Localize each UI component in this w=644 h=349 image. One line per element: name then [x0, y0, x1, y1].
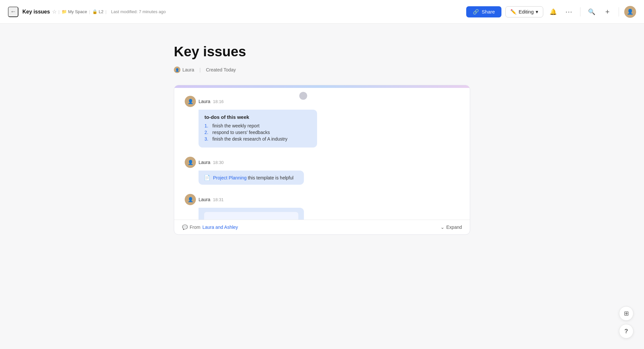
- header-divider2: [619, 7, 619, 16]
- chat-avatar: 👤: [185, 96, 196, 107]
- editing-button[interactable]: ✏️ Editing ▾: [505, 6, 543, 17]
- bell-button[interactable]: 🔔: [547, 6, 559, 18]
- chat-time: 18:30: [213, 160, 224, 165]
- chat-time: 18:31: [213, 197, 224, 202]
- chat-bubble-list-items: 1. finish the weekly report 2. respond t…: [204, 123, 311, 142]
- header-right: 🔗 Share ✏️ Editing ▾ 🔔 ··· 🔍 + 👤: [466, 6, 636, 18]
- avatar-placeholder: 👤: [627, 9, 633, 15]
- list-item: 3. finish the desk research of A industr…: [204, 136, 311, 142]
- list-text: respond to users' feedbacks: [212, 130, 270, 135]
- breadcrumb-sep2: |: [89, 10, 90, 14]
- chat-embed: 👤 Laura 18:16 to-dos of this week 1. fin…: [174, 85, 470, 235]
- meta-separator: |: [200, 67, 201, 72]
- chat-bubble-link: 📄 Project Planning this template is help…: [199, 171, 304, 185]
- project-planning-link[interactable]: Project Planning: [213, 175, 247, 180]
- doc-link-icon: 📄: [204, 174, 210, 181]
- author-name: Laura: [182, 67, 194, 72]
- chat-message-header: 👤 Laura 18:31: [185, 194, 459, 205]
- list-num: 1.: [204, 123, 210, 128]
- from-link[interactable]: Laura and Ashley: [202, 225, 238, 230]
- breadcrumb: Key issues ☆ | 📁 My Space | 🔒 L2 | Last …: [22, 9, 166, 15]
- expand-icon: ⌄: [441, 225, 444, 230]
- chat-bubble-list: to-dos of this week 1. finish the weekly…: [199, 110, 317, 148]
- expand-label: Expand: [446, 225, 462, 230]
- header: ← Key issues ☆ | 📁 My Space | 🔒 L2 | Las…: [0, 0, 644, 24]
- expand-button[interactable]: ⌄ Expand: [441, 225, 462, 230]
- chat-sender: Laura: [199, 99, 210, 104]
- editing-label: Editing: [519, 9, 534, 14]
- created-date: Created Today: [206, 67, 236, 72]
- chat-message: 👤 Laura 18:16 to-dos of this week 1. fin…: [185, 96, 459, 148]
- lock-icon: 🔒: [92, 9, 97, 14]
- folder-icon: 📁: [62, 9, 67, 14]
- chat-time: 18:16: [213, 99, 224, 104]
- list-text: finish the weekly report: [212, 123, 259, 128]
- share-label: Share: [482, 9, 495, 14]
- from-text: 💬 FromLaura and Ashley: [182, 225, 238, 230]
- search-button[interactable]: 🔍: [586, 6, 598, 18]
- share-button[interactable]: 🔗 Share: [466, 6, 501, 17]
- bell-icon: 🔔: [550, 8, 557, 15]
- link-text: Project Planning this template is helpfu…: [213, 175, 293, 180]
- chat-footer: 💬 FromLaura and Ashley ⌄ Expand: [174, 220, 470, 234]
- level-label: L2: [99, 9, 103, 14]
- author-avatar: 👤: [174, 67, 180, 73]
- chat-icon: 💬: [182, 225, 188, 230]
- main-content: Key issues 👤 Laura | Created Today 👤 Lau…: [0, 24, 644, 261]
- star-icon[interactable]: ☆: [52, 9, 57, 15]
- chat-bubble-title: to-dos of this week: [204, 114, 311, 120]
- breadcrumb-sep3: |: [105, 10, 106, 14]
- editing-pencil-icon: ✏️: [510, 9, 517, 15]
- avatar[interactable]: 👤: [624, 6, 636, 18]
- breadcrumb-separator: |: [59, 10, 60, 14]
- space-label: My Space: [68, 9, 87, 14]
- page-title-breadcrumb: Key issues: [22, 9, 50, 15]
- chat-message: 👤 Laura 18:31 Day/Month Milestone 1 Day/…: [185, 194, 459, 220]
- list-item: 2. respond to users' feedbacks: [204, 130, 311, 135]
- save-icon: ⊞: [624, 310, 629, 317]
- list-num: 3.: [204, 136, 210, 142]
- back-button[interactable]: ←: [8, 7, 18, 17]
- chat-avatar: 👤: [185, 157, 196, 168]
- more-button[interactable]: ···: [563, 6, 575, 18]
- chat-message-header: 👤 Laura 18:30: [185, 157, 459, 168]
- content-area: Key issues 👤 Laura | Created Today 👤 Lau…: [174, 43, 470, 235]
- chat-message-header: 👤 Laura 18:16: [185, 96, 459, 107]
- chat-avatar: 👤: [185, 194, 196, 205]
- search-icon: 🔍: [588, 8, 595, 15]
- chat-scrollable[interactable]: 👤 Laura 18:16 to-dos of this week 1. fin…: [174, 88, 470, 220]
- meta-author: 👤 Laura: [174, 67, 194, 73]
- chat-sender: Laura: [199, 160, 210, 165]
- help-float-button[interactable]: ?: [619, 324, 633, 338]
- add-button[interactable]: +: [602, 6, 613, 18]
- header-divider: [580, 7, 580, 16]
- meta-row: 👤 Laura | Created Today: [174, 67, 470, 73]
- more-icon: ···: [565, 8, 572, 16]
- list-num: 2.: [204, 130, 210, 135]
- image-placeholder: Day/Month Milestone 1 Day/Month Mileston…: [204, 212, 299, 220]
- modified-text: Last modified: 7 minutes ago: [111, 9, 166, 14]
- floating-buttons: ⊞ ?: [619, 306, 633, 338]
- breadcrumb-space: 📁 My Space: [62, 9, 87, 14]
- share-icon: 🔗: [473, 9, 479, 15]
- chat-message: 👤 Laura 18:30 📄 Project Planning this te…: [185, 157, 459, 185]
- link-suffix: this template is helpful: [247, 175, 293, 180]
- page-title: Key issues: [174, 43, 470, 60]
- list-text: finish the desk research of A industry: [212, 136, 287, 142]
- chat-embed-top-bar: [174, 85, 470, 88]
- breadcrumb-level: 🔒 L2: [92, 9, 103, 14]
- from-label: From: [190, 225, 201, 230]
- chat-sender: Laura: [199, 197, 210, 202]
- chevron-down-icon: ▾: [536, 9, 538, 15]
- header-left: ← Key issues ☆ | 📁 My Space | 🔒 L2 | Las…: [8, 7, 466, 17]
- plus-icon: +: [605, 8, 610, 16]
- help-icon: ?: [625, 328, 628, 335]
- list-item: 1. finish the weekly report: [204, 123, 311, 128]
- save-float-button[interactable]: ⊞: [619, 306, 633, 321]
- chat-bubble-image: Day/Month Milestone 1 Day/Month Mileston…: [199, 208, 304, 220]
